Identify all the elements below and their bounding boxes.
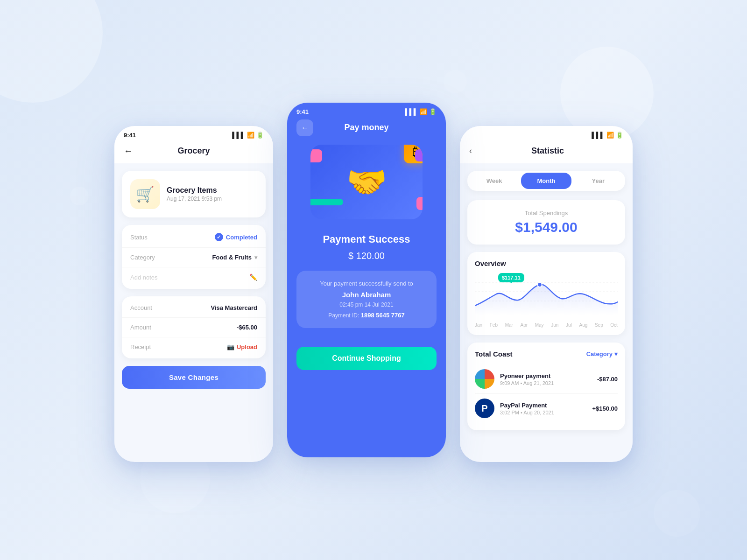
total-spendings-card: Total Spendings $1,549.00: [467, 200, 625, 245]
payment-datetime: 02:45 pm 14 Jul 2021: [306, 301, 427, 308]
status-bar-pay: 9:41 ▌▌▌ 📶 🔋: [287, 103, 446, 118]
tx-amount-paypal: +$150.00: [592, 405, 618, 412]
notes-row[interactable]: Add notes ✏️: [122, 267, 266, 287]
grocery-item-card: 🛒 Grocery Items Aug 17, 2021 9:53 pm: [122, 171, 266, 217]
edit-icon: ✏️: [249, 273, 257, 281]
stat-header: ‹ Statistic: [460, 141, 633, 163]
payment-recipient: John Abraham: [306, 291, 427, 299]
month-aug: Aug: [579, 322, 587, 328]
pay-status-time: 9:41: [296, 108, 309, 115]
status-label: Status: [130, 234, 148, 241]
payment-success-section: Payment Success $ 120.00 Your payment su…: [287, 233, 446, 337]
signal-icon-stat: ▌▌▌: [592, 132, 605, 139]
total-cost-title: Total Coast: [475, 350, 513, 358]
payment-amount: $ 120.00: [296, 247, 437, 262]
battery-icon: 🔋: [256, 132, 264, 139]
amount-row: Amount -$65.00: [122, 318, 266, 337]
pink-sq-deco: [416, 197, 423, 210]
amount-value: -$65.00: [237, 324, 257, 331]
status-value: ✓ Completed: [215, 233, 257, 241]
tab-year[interactable]: Year: [573, 173, 623, 189]
month-sep: Sep: [595, 322, 603, 328]
month-may: May: [535, 322, 544, 328]
account-value: Visa Mastercard: [211, 304, 258, 311]
save-changes-button[interactable]: Save Changes: [122, 366, 266, 389]
notes-label: Add notes: [130, 274, 158, 281]
details-card-1: Status ✓ Completed Category Food & Fruit…: [122, 225, 266, 289]
camera-icon: 📷: [227, 343, 234, 350]
payment-success-title: Payment Success: [296, 233, 437, 245]
payment-info-card: Your payment successfully send to John A…: [296, 271, 437, 328]
tx-name-paypal: PayPal Payment: [500, 402, 586, 409]
item-date: Aug 17, 2021 9:53 pm: [167, 196, 222, 202]
filter-chevron-icon: ▾: [614, 350, 618, 357]
svg-point-3: [537, 282, 542, 287]
handshake-icon: 🤝: [346, 163, 387, 201]
back-button[interactable]: ←: [124, 146, 133, 156]
chart-area: $117.11: [475, 273, 618, 320]
account-row: Account Visa Mastercard: [122, 298, 266, 318]
tx-amount-pyoneer: -$87.00: [597, 376, 618, 383]
total-cost-header: Total Coast Category ▾: [475, 350, 618, 358]
category-label: Category: [130, 254, 155, 261]
grocery-item-info: Grocery Items Aug 17, 2021 9:53 pm: [167, 186, 222, 202]
grocery-phone: 9:41 ▌▌▌ 📶 🔋 ← Grocery 🛒 Grocery Items A…: [114, 126, 273, 462]
pay-back-button[interactable]: ←: [296, 119, 313, 136]
category-value: Food & Fruits ▾: [212, 254, 258, 261]
illustration-bg: ₿ 🤝: [310, 145, 423, 219]
purple-card-deco: [415, 149, 423, 161]
wifi-icon-pay: 📶: [420, 108, 427, 115]
battery-icon-pay: 🔋: [429, 108, 437, 115]
month-mar: Mar: [505, 322, 513, 328]
item-name: Grocery Items: [167, 186, 222, 195]
payment-id-value: 1898 5645 7767: [361, 312, 405, 319]
pay-header: ← Pay money: [287, 118, 446, 140]
upload-value[interactable]: 📷 Upload: [227, 343, 257, 350]
status-bar-stat: ▌▌▌ 📶 🔋: [460, 126, 633, 141]
amount-label: Amount: [130, 324, 151, 331]
signal-icon: ▌▌▌: [232, 132, 245, 139]
wifi-icon-stat: 📶: [606, 132, 614, 139]
total-cost-section: Total Coast Category ▾ Pyoneer payment 9…: [467, 343, 625, 430]
battery-icon-stat: 🔋: [616, 132, 623, 139]
paypal-icon: P: [475, 399, 494, 418]
pay-illustration: ₿ 🤝: [306, 140, 427, 224]
payment-info-text: Your payment successfully send to: [306, 280, 427, 287]
payment-id-row: Payment ID: 1898 5645 7767: [306, 312, 427, 319]
total-spendings-label: Total Spendings: [477, 210, 616, 217]
total-spendings-value: $1,549.00: [477, 219, 616, 235]
stat-content: Week Month Year Total Spendings $1,549.0…: [460, 163, 633, 457]
statistic-phone: ▌▌▌ 📶 🔋 ‹ Statistic Week Month Year Tota…: [460, 126, 633, 462]
check-icon: ✓: [215, 233, 223, 241]
month-jan: Jan: [475, 322, 482, 328]
month-oct: Oct: [610, 322, 618, 328]
wifi-icon: 📶: [247, 132, 254, 139]
tx-time-pyoneer: 9:09 AM • Aug 21, 2021: [500, 380, 592, 386]
tab-week[interactable]: Week: [469, 173, 519, 189]
month-jul: Jul: [566, 322, 572, 328]
status-time: 9:41: [124, 132, 136, 139]
grocery-header: ← Grocery: [114, 141, 273, 163]
tab-month[interactable]: Month: [521, 173, 571, 189]
pyoneer-icon: [475, 369, 494, 389]
teal-bar-deco: [310, 199, 343, 205]
transaction-item: P PayPal Payment 3:02 PM • Aug 20, 2021 …: [475, 394, 618, 423]
category-filter[interactable]: Category ▾: [586, 350, 618, 357]
stat-title: Statistic: [472, 146, 623, 156]
overview-chart: [475, 273, 618, 315]
account-label: Account: [130, 304, 152, 311]
tx-info-pyoneer: Pyoneer payment 9:09 AM • Aug 21, 2021: [500, 372, 592, 386]
chart-months: Jan Feb Mar Apr May Jun Jul Aug Sep Oct: [475, 322, 618, 328]
tx-info-paypal: PayPal Payment 3:02 PM • Aug 20, 2021: [500, 402, 586, 415]
month-apr: Apr: [521, 322, 528, 328]
status-row: Status ✓ Completed: [122, 227, 266, 248]
grocery-content: 🛒 Grocery Items Aug 17, 2021 9:53 pm Sta…: [114, 163, 273, 453]
overview-card: Overview $117.11: [467, 252, 625, 335]
continue-shopping-button[interactable]: Continue Shopping: [296, 347, 437, 370]
pay-title: Pay money: [344, 123, 388, 133]
chart-tooltip: $117.11: [498, 273, 524, 282]
pay-money-phone: 9:41 ▌▌▌ 📶 🔋 ← Pay money ₿ 🤝: [287, 103, 446, 457]
pink-card-deco: [310, 149, 322, 162]
dropdown-arrow-icon: ▾: [254, 254, 257, 261]
category-row[interactable]: Category Food & Fruits ▾: [122, 248, 266, 267]
